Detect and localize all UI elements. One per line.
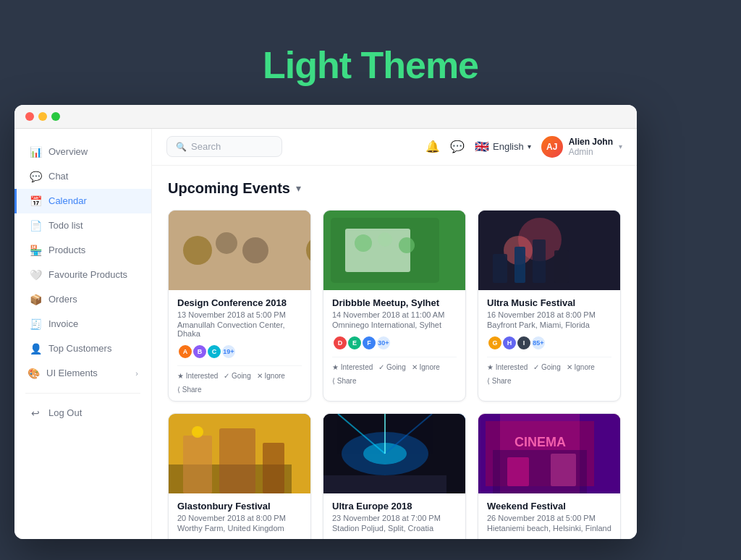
svg-point-13 [399, 237, 415, 253]
attendee-avatar: I [516, 335, 532, 351]
attendee-avatar: C [206, 344, 222, 360]
svg-rect-33 [323, 475, 446, 493]
event-card-6: CINEMA Weekend Festival 26 November 2018… [478, 413, 621, 539]
user-info[interactable]: AJ Alien John Admin ▾ [541, 136, 622, 158]
chat-icon: 💬 [30, 171, 41, 182]
share-btn-3[interactable]: ⟨ Share [487, 377, 511, 385]
calendar-icon: 📅 [30, 195, 41, 207]
svg-point-12 [378, 232, 392, 247]
going-btn-3[interactable]: ✓ Going [533, 363, 560, 371]
attendee-count-3: 85+ [530, 335, 546, 351]
card-title-1: Design Conference 2018 [177, 297, 302, 308]
card-body-4: Glastonbury Festival 20 November 2018 at… [169, 493, 310, 539]
window-close-btn[interactable] [25, 112, 34, 121]
window-maximize-btn[interactable] [51, 112, 60, 121]
svg-text:CINEMA: CINEMA [515, 435, 566, 449]
attendee-count-6: 46+ [530, 538, 546, 539]
card-date-5: 23 November 2018 at 7:00 PM [332, 514, 457, 522]
ignore-btn-3[interactable]: ✕ Ignore [567, 363, 595, 371]
search-box[interactable]: 🔍 Search [166, 136, 282, 157]
window-minimize-btn[interactable] [38, 112, 47, 121]
user-avatar: AJ [541, 136, 563, 158]
language-selector[interactable]: 🇬🇧 English ▾ [475, 140, 531, 153]
svg-rect-0 [169, 211, 310, 290]
overview-icon: 📊 [30, 146, 41, 158]
interested-btn-2[interactable]: ★ Interested [332, 363, 373, 371]
lang-chevron-icon: ▾ [528, 143, 531, 150]
sidebar-item-logout[interactable]: ↩ Log Out [14, 401, 151, 425]
customers-icon: 👤 [30, 343, 41, 355]
attendee-avatar: H [501, 335, 517, 351]
sidebar-label-logout: Log Out [48, 407, 82, 418]
section-chevron-icon[interactable]: ▾ [296, 182, 301, 194]
sidebar-item-todo[interactable]: 📄 Todo list [14, 213, 151, 238]
sidebar-item-favourites[interactable]: 🤍 Favourite Products [14, 263, 151, 287]
notifications-chat-icon[interactable]: 💬 [450, 140, 465, 153]
event-card-3: Ultra Music Festival 16 November 2018 at… [478, 210, 621, 402]
card-date-6: 26 November 2018 at 5:00 PM [487, 514, 611, 522]
sidebar-label-todo: Todo list [48, 220, 83, 231]
attendee-count-1: 19+ [221, 344, 237, 360]
attendee-avatar: A [177, 344, 193, 360]
share-btn-1[interactable]: ⟨ Share [177, 386, 201, 394]
attendee-avatar: M [332, 538, 348, 539]
section-title: Upcoming Events [168, 180, 290, 197]
ignore-btn-1[interactable]: ✕ Ignore [257, 372, 285, 380]
svg-rect-20 [554, 250, 569, 283]
content-area: Upcoming Events ▾ [152, 166, 637, 539]
ignore-btn-2[interactable]: ✕ Ignore [412, 363, 440, 371]
sidebar-label-favourites: Favourite Products [48, 269, 127, 280]
sidebar-item-chat[interactable]: 💬 Chat [14, 164, 151, 189]
card-attendees-2: D E F 30+ [332, 335, 457, 351]
svg-point-26 [192, 426, 203, 438]
card-date-3: 16 November 2018 at 8:00 PM [487, 310, 611, 319]
svg-rect-24 [219, 428, 255, 493]
svg-point-5 [212, 218, 224, 229]
sidebar-label-overview: Overview [48, 146, 88, 157]
going-btn-2[interactable]: ✓ Going [378, 363, 405, 371]
sidebar-item-products[interactable]: 🏪 Products [14, 238, 151, 263]
page-title: Light Theme [14, 43, 727, 87]
card-attendees-1: A B C 19+ [177, 344, 302, 360]
svg-rect-19 [533, 239, 546, 283]
interested-btn-3[interactable]: ★ Interested [487, 363, 528, 371]
user-name: Alien John [569, 137, 613, 147]
share-btn-2[interactable]: ⟨ Share [332, 377, 356, 385]
attendee-avatar: P [487, 538, 503, 539]
card-title-4: Glastonbury Festival [177, 501, 302, 512]
interested-btn-1[interactable]: ★ Interested [177, 372, 218, 380]
sidebar-item-orders[interactable]: 📦 Orders [14, 287, 151, 312]
browser-titlebar [14, 105, 637, 129]
svg-rect-1 [179, 232, 201, 268]
attendee-avatar: G [487, 335, 503, 351]
card-body-6: Weekend Festival 26 November 2018 at 5:0… [478, 493, 620, 539]
orders-icon: 📦 [30, 294, 41, 305]
card-location-6: Hietaniemi beach, Helsinki, Finland [487, 524, 611, 533]
sidebar-label-orders: Orders [48, 294, 77, 305]
ui-icon: 🎨 [27, 368, 39, 379]
attendee-avatar: K [192, 538, 208, 539]
going-btn-1[interactable]: ✓ Going [224, 372, 250, 380]
attendee-avatar: B [192, 344, 208, 360]
card-body-3: Ultra Music Festival 16 November 2018 at… [478, 290, 620, 392]
logout-icon: ↩ [30, 407, 41, 419]
event-image-2 [323, 211, 465, 290]
todo-icon: 📄 [30, 220, 41, 232]
invoice-icon: 🧾 [30, 318, 41, 330]
sidebar-item-calendar[interactable]: 📅 Calendar [14, 189, 151, 213]
topbar-right: 🔔 💬 🇬🇧 English ▾ AJ Alien John Admin [425, 136, 622, 158]
section-header: Upcoming Events ▾ [168, 180, 621, 197]
notifications-bell-icon[interactable]: 🔔 [425, 140, 440, 153]
card-body-5: Ultra Europe 2018 23 November 2018 at 7:… [323, 493, 465, 539]
topbar: 🔍 Search 🔔 💬 🇬🇧 English ▾ AJ [152, 129, 637, 166]
sidebar-label-customers: Top Customers [48, 343, 111, 354]
sidebar-item-ui[interactable]: 🎨 UI Elements › [14, 361, 151, 386]
sidebar-item-customers[interactable]: 👤 Top Customers [14, 336, 151, 361]
sidebar-item-overview[interactable]: 📊 Overview [14, 140, 151, 164]
card-date-1: 13 November 2018 at 5:00 PM [177, 310, 302, 319]
attendee-avatar: O [361, 538, 377, 539]
svg-point-11 [355, 234, 372, 252]
card-title-3: Ultra Music Festival [487, 297, 611, 308]
card-attendees-3: G H I 85+ [487, 335, 611, 351]
sidebar-item-invoice[interactable]: 🧾 Invoice [14, 312, 151, 336]
